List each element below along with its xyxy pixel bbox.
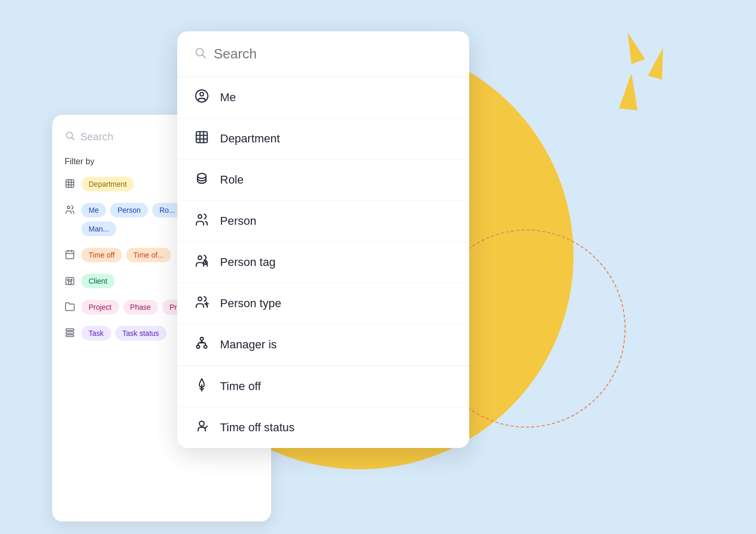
svg-rect-12 [69,282,71,285]
svg-point-29 [198,256,202,260]
svg-rect-16 [66,332,74,333]
svg-rect-14 [71,280,72,281]
role-icon [194,171,210,189]
person-type-label: Person type [220,297,281,310]
person-tag-label: Person tag [220,256,275,269]
time-off-status-label: Time off status [220,421,295,434]
person-tag-btn[interactable]: Person [110,203,148,217]
menu-item-manager-is[interactable]: Manager is [177,324,469,366]
svg-rect-2 [66,180,74,188]
svg-rect-13 [68,280,69,281]
department-label: Department [220,132,280,145]
calendar-icon [65,249,75,262]
folder-icon [65,301,75,314]
task-status-tag[interactable]: Task status [115,326,166,341]
person-label: Person [220,214,257,228]
svg-point-39 [199,421,204,426]
sparkle1-icon [621,30,645,64]
people-icon [65,204,75,217]
time-off-status-icon [194,419,210,436]
svg-point-27 [198,174,206,178]
svg-line-19 [203,55,206,58]
menu-item-time-off-status[interactable]: Time off status [177,407,469,448]
task-tags: Task Task status [81,326,166,341]
task-tag[interactable]: Task [81,326,111,341]
menu-item-time-off[interactable]: Time off [177,366,469,407]
person-type-icon [194,295,210,312]
menu-item-department[interactable]: Department [177,118,469,160]
svg-rect-8 [66,251,74,259]
phase-tag[interactable]: Phase [123,300,158,314]
person-circle-icon [194,89,210,106]
svg-rect-17 [66,335,74,336]
svg-rect-22 [197,132,208,143]
main-search-icon [194,46,206,62]
menu-item-me[interactable]: Me [177,77,469,118]
department-tag[interactable]: Department [81,177,134,191]
manager-tag[interactable]: Man... [81,222,116,236]
me-tag[interactable]: Me [81,203,106,217]
task-icon [65,327,75,341]
svg-point-32 [198,297,202,301]
svg-point-21 [200,92,204,96]
me-label: Me [220,91,236,104]
svg-line-1 [72,138,75,140]
search-dropdown-panel: Me Department Role [177,31,469,448]
bg-search-label: Search [80,131,113,143]
manager-icon [194,336,210,354]
bg-search-icon [65,130,75,143]
client-tag[interactable]: Client [81,274,115,288]
main-search-input[interactable] [214,46,453,62]
sparkle3-icon [619,72,641,111]
client-icon [65,275,75,288]
building-icon [194,130,210,148]
svg-rect-15 [66,329,74,331]
svg-point-28 [198,215,202,219]
menu-item-person-tag[interactable]: Person tag [177,242,469,283]
person-group-icon [194,212,210,230]
menu-item-person-type[interactable]: Person type [177,283,469,324]
main-search-bar[interactable] [177,31,469,77]
time-off-tags: Time off Time of... [81,248,171,262]
menu-item-role[interactable]: Role [177,160,469,201]
manager-is-label: Manager is [220,338,277,351]
time-off-icon [194,378,210,395]
time-off-tag[interactable]: Time off [81,248,122,262]
sparkle2-icon [648,45,670,79]
svg-point-7 [67,206,70,209]
time-off-label: Time off [220,380,261,393]
department-icon [65,178,75,191]
role-label: Role [220,173,243,187]
person-tag-icon [194,253,210,271]
client-tags: Client [81,274,115,288]
project-tag[interactable]: Project [81,300,119,314]
time-off-2-tag[interactable]: Time of... [126,248,171,262]
department-tags: Department [81,177,134,191]
menu-item-person[interactable]: Person [177,201,469,242]
